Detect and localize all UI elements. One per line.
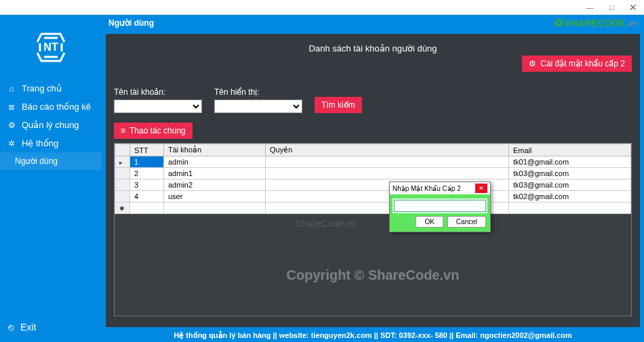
nav-reports[interactable]: ≣ Báo cáo thống kê	[0, 98, 102, 116]
recycle-icon: ♻	[554, 16, 563, 29]
exit-icon: ⎋	[8, 322, 14, 333]
search-button[interactable]: Tìm kiếm	[315, 97, 362, 113]
password-input[interactable]	[394, 200, 486, 212]
col-account[interactable]: Tài khoản	[164, 144, 266, 156]
table-empty-area	[115, 214, 631, 316]
exit-button[interactable]: ⎋ Exit	[0, 315, 102, 342]
nav-menu: ⌂ Trang chủ ≣ Báo cáo thống kê ⚙ Quản lý…	[0, 79, 102, 170]
modal-ok-button[interactable]: OK	[416, 216, 443, 228]
col-stt[interactable]: STT	[130, 144, 164, 156]
col-role[interactable]: Quyền	[266, 144, 509, 156]
list-icon: ≣	[7, 102, 16, 112]
users-table[interactable]: STT Tài khoản Quyền Email 1 admin tk01	[114, 143, 632, 316]
exit-label: Exit	[20, 322, 36, 333]
table-row[interactable]: 3 admin2 tk03@gmail.com	[115, 179, 631, 191]
table-new-row[interactable]	[115, 202, 631, 214]
password-modal: Nhập Mật Khẩu Cấp 2 ✕ OK Cancel	[389, 181, 491, 232]
window-close-button[interactable]: ✕	[622, 2, 644, 13]
table-row[interactable]: 2 admin1 tk03@gmail.com	[115, 168, 631, 179]
nav-label: Quản lý chung	[22, 120, 79, 130]
gear-icon: ⚙	[529, 59, 536, 68]
modal-close-button[interactable]: ✕	[475, 184, 487, 193]
row-selector-icon[interactable]	[115, 156, 130, 168]
gear-icon: ✲	[7, 139, 16, 148]
menu-icon: ≡	[121, 126, 125, 135]
config-password-button[interactable]: ⚙ Cài đặt mật khẩu cấp 2	[522, 56, 632, 72]
maximize-button[interactable]: □	[601, 3, 622, 12]
nav-label: Báo cáo thống kê	[22, 102, 91, 112]
footer-bar: Hệ thống quản lý bán hàng || website: ti…	[102, 328, 644, 342]
home-icon: ⌂	[7, 84, 16, 93]
content-area: Người dùng Danh sách tài khoản người dùn…	[102, 15, 644, 342]
nav-users[interactable]: Người dùng	[0, 152, 102, 170]
display-filter-label: Tên hiển thị:	[214, 87, 302, 97]
new-row-icon[interactable]	[115, 202, 130, 214]
modal-titlebar[interactable]: Nhập Mật Khẩu Cấp 2 ✕	[390, 182, 490, 194]
account-filter-select[interactable]	[114, 100, 202, 113]
modal-cancel-button[interactable]: Cancel	[447, 216, 486, 228]
nav-home[interactable]: ⌂ Trang chủ	[0, 79, 102, 98]
nav-system[interactable]: ✲ Hệ thống	[0, 134, 102, 152]
table-row[interactable]: 4 user tk02@gmail.com	[115, 191, 631, 202]
batch-action-button[interactable]: ≡ Thao tác chung	[114, 123, 193, 139]
nav-label: Người dùng	[15, 156, 58, 166]
minimize-button[interactable]: —	[579, 3, 601, 12]
modal-title-text: Nhập Mật Khẩu Cấp 2	[393, 185, 461, 192]
app-logo: NT	[0, 15, 102, 79]
display-filter-select[interactable]	[214, 100, 302, 113]
grid-icon: ⚙	[7, 121, 16, 130]
col-email[interactable]: Email	[509, 144, 631, 156]
account-filter-label: Tên tài khoản:	[114, 87, 202, 97]
sharecode-logo: ♻ SHARECODE.vn	[554, 16, 637, 29]
panel-title: Danh sách tài khoản người dùng	[114, 41, 632, 55]
table-row[interactable]: 1 admin tk01@gmail.com	[115, 156, 631, 168]
page-title: Người dùng	[108, 18, 154, 28]
filter-row: Tên tài khoản: Tên hiển thị: Tìm kiếm	[114, 87, 632, 113]
main-panel: Danh sách tài khoản người dùng ⚙ Cài đặt…	[106, 34, 640, 327]
nav-manage[interactable]: ⚙ Quản lý chung	[0, 116, 102, 134]
sidebar: NT ⌂ Trang chủ ≣ Báo cáo thống kê ⚙ Quản…	[0, 15, 102, 342]
nav-label: Hệ thống	[22, 138, 58, 148]
nav-label: Trang chủ	[22, 83, 62, 93]
window-titlebar: — □ ✕	[0, 0, 644, 15]
